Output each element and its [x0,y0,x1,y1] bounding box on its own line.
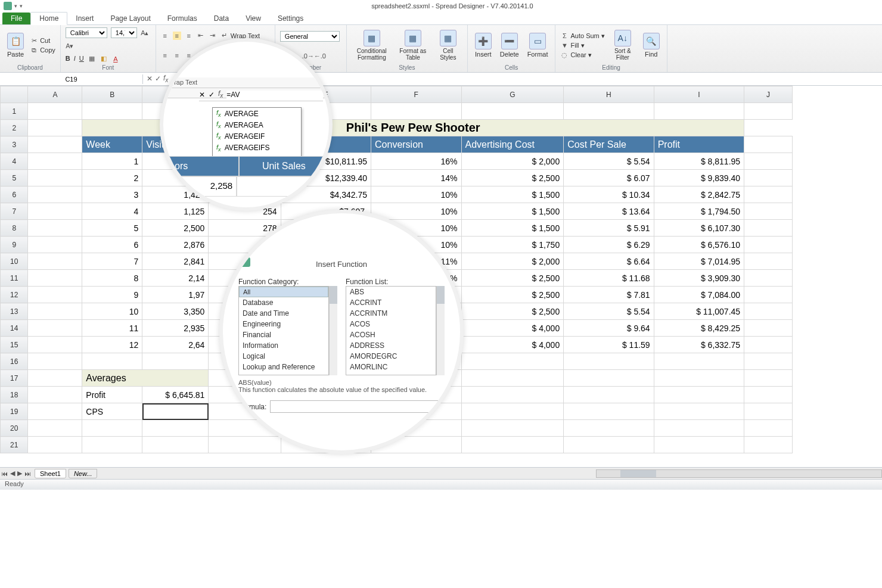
cell-B1[interactable] [82,103,142,120]
cell-A20[interactable] [28,420,82,437]
col-header-J[interactable]: J [744,86,793,103]
cell-A15[interactable] [28,337,82,353]
cell-H20[interactable] [564,420,654,437]
header-cell[interactable]: Conversion [371,136,461,153]
row-header-20[interactable]: 20 [1,420,28,437]
header-cell[interactable]: Advertising Cost [461,136,564,153]
data-cell[interactable]: 9 [82,287,142,303]
data-cell[interactable]: $ 6.07 [564,170,654,186]
cell-I18[interactable] [654,387,744,403]
cell-A8[interactable] [28,220,82,237]
inc-decimal-icon[interactable]: .0→ [304,52,312,60]
sheet-tab[interactable]: Sheet1 [35,469,66,478]
data-cell[interactable]: 1,125 [142,203,209,220]
shrink-font-icon[interactable]: A▾ [66,42,74,51]
sheet-nav-last-icon[interactable]: ⏭ [23,470,32,477]
select-all-corner[interactable] [1,86,28,103]
cell-H16[interactable] [564,353,654,370]
ac-item[interactable]: fxAVERAGE [213,108,301,119]
align-bottom-icon[interactable]: ≡ [185,32,193,40]
category-list[interactable]: AllDatabaseDate and TimeEngineeringFinan… [238,286,329,375]
row-header-15[interactable]: 15 [1,337,28,353]
number-format-select[interactable]: General [280,31,340,42]
cell-D21[interactable] [209,437,281,453]
cell-J20[interactable] [744,420,793,437]
cps-label[interactable]: CPS [82,403,142,420]
borders-button[interactable]: ▦ [88,55,96,63]
header-cell[interactable]: Cost Per Sale [564,136,654,153]
data-cell[interactable]: 14% [371,170,461,186]
indent-inc-icon[interactable]: ⇥ [209,32,217,40]
cell-I20[interactable] [654,420,744,437]
cell-H17[interactable] [564,370,654,387]
font-color-button[interactable]: A [111,55,120,63]
indent-dec-icon[interactable]: ⇤ [197,32,205,40]
cell-A3[interactable] [28,136,82,153]
category-item[interactable]: Engineering [239,319,328,329]
sheet-nav-next-icon[interactable]: ▶ [16,469,23,477]
row-header-10[interactable]: 10 [1,253,28,270]
profit-label[interactable]: Profit [82,387,142,403]
confirm-icon[interactable]: ✓ [209,91,215,99]
row-header-1[interactable]: 1 [1,103,28,120]
category-item[interactable]: Math and Trigonometry [239,372,328,375]
cell-J12[interactable] [744,287,793,303]
dec-decimal-icon[interactable]: ←.0 [316,52,324,60]
row-header-12[interactable]: 12 [1,287,28,303]
cancel-formula-icon[interactable]: ✕ [147,74,153,83]
data-cell[interactable]: 2 [82,170,142,186]
data-cell[interactable]: 2,935 [142,320,209,337]
cell-J6[interactable] [744,186,793,203]
tab-formulas[interactable]: Formulas [159,13,206,24]
fill-color-button[interactable]: ◧ [100,55,108,63]
row-header-2[interactable]: 2 [1,120,28,136]
data-cell[interactable]: $ 10.34 [564,186,654,203]
data-cell[interactable]: $ 2,500 [461,303,564,320]
cell-H19[interactable] [564,403,654,420]
row-header-16[interactable]: 16 [1,353,28,370]
data-cell[interactable]: $ 6,332.75 [654,337,744,353]
underline-button[interactable]: U [79,55,84,63]
align-center-icon[interactable]: ≡ [173,51,181,60]
cell-J9[interactable] [744,237,793,253]
active-cell[interactable] [142,403,209,420]
data-cell[interactable]: $ 5.54 [564,303,654,320]
data-cell[interactable]: $ 6.64 [564,253,654,270]
data-cell[interactable]: 5 [82,220,142,237]
function-item[interactable]: ACOSH [346,329,436,340]
cell-J8[interactable] [744,220,793,237]
cell-J10[interactable] [744,253,793,270]
tab-settings[interactable]: Settings [269,13,312,24]
col-header-H[interactable]: H [564,86,654,103]
row-header-11[interactable]: 11 [1,270,28,287]
function-item[interactable]: ADDRESS [346,340,436,351]
tab-page-layout[interactable]: Page Layout [102,13,159,24]
data-cell[interactable]: $ 1,794.50 [654,203,744,220]
data-cell[interactable]: 10 [82,303,142,320]
data-cell[interactable]: $ 13.64 [564,203,654,220]
data-cell[interactable]: 2,64 [142,337,209,353]
col-header-I[interactable]: I [654,86,744,103]
cell-I17[interactable] [654,370,744,387]
sort-filter-button[interactable]: A↓Sort & Filter [608,29,637,62]
category-item[interactable]: Date and Time [239,308,328,319]
autosum-button[interactable]: ΣAuto Sum ▾ [560,32,604,40]
data-cell[interactable]: $ 11,007.45 [654,303,744,320]
cell-J4[interactable] [744,153,793,170]
cell-I21[interactable] [654,437,744,453]
confirm-formula-icon[interactable]: ✓ [155,74,161,83]
data-cell[interactable]: 8 [82,270,142,287]
cell-A12[interactable] [28,287,82,303]
find-button[interactable]: 🔍Find [641,32,662,59]
header-cell[interactable]: Week [82,136,142,153]
cell-G20[interactable] [461,420,564,437]
cell-C16[interactable] [142,353,209,370]
cell-A5[interactable] [28,170,82,186]
ac-item[interactable]: fxAVERAGEIF [213,130,301,142]
file-tab[interactable]: File [2,13,30,24]
function-item[interactable]: AMORLINC [346,362,436,372]
cell-A2[interactable] [28,120,82,136]
ac-item[interactable]: fxAVERAGEIFS [213,142,301,154]
data-cell[interactable]: $ 3,909.30 [654,270,744,287]
row-header-21[interactable]: 21 [1,437,28,453]
